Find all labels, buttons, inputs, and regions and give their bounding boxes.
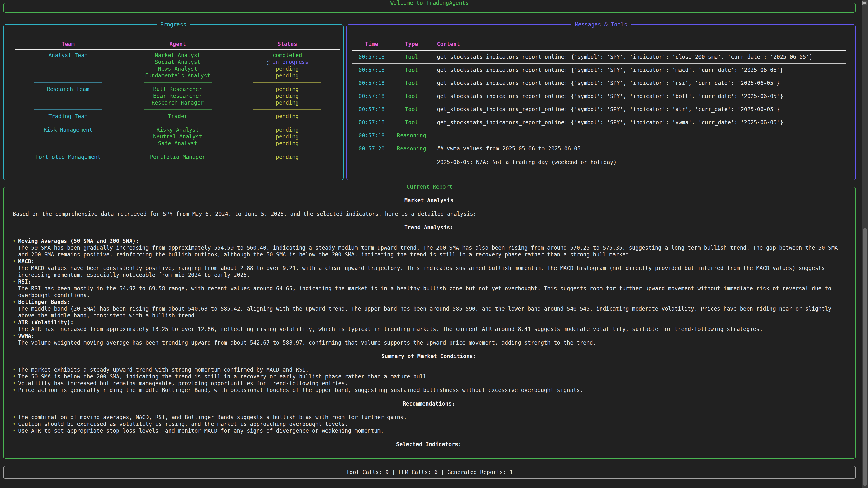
- column-header-content: Content: [432, 41, 846, 50]
- list-item: • The market exhibits a steady upward tr…: [13, 366, 845, 373]
- progress-table: Team Agent Status Analyst Team Market An…: [15, 41, 340, 167]
- table-row: 00:57:18 Tool get_stockstats_indicators_…: [352, 103, 846, 116]
- table-row: 00:57:18 Tool get_stockstats_indicators_…: [352, 51, 846, 64]
- list-item: • ATR (Volatility): The ATR has increase…: [13, 319, 845, 332]
- header-separator: [16, 49, 340, 50]
- table-row: Bear Researcher pending: [15, 93, 340, 99]
- message-time: 00:57:18: [352, 90, 391, 103]
- progress-panel-title: Progress: [157, 21, 190, 28]
- bullet-text: The combination of moving averages, MACD…: [18, 414, 407, 420]
- bullet-icon: •: [13, 373, 16, 380]
- agent-cell: Social Analyst: [121, 59, 234, 66]
- stats-bar: Tool Calls: 9 | LLM Calls: 6 | Generated…: [3, 466, 856, 479]
- bullet-text: The RSI has been mostly in the 54.92 to …: [18, 285, 831, 298]
- group-separator: [15, 160, 340, 167]
- agent-cell: Bull Researcher: [121, 86, 234, 93]
- message-content-line: 2025-06-05: N/A: Not a trading day (week…: [437, 159, 846, 166]
- agent-cell: Risky Analyst: [121, 127, 234, 133]
- bullet-label: ATR (Volatility):: [18, 319, 845, 326]
- table-row: Research Team Bull Researcher pending: [15, 86, 340, 93]
- bullet-text: The ATR has increased from approximately…: [18, 326, 763, 332]
- agent-cell: Research Manager: [121, 99, 234, 106]
- team-cell: [15, 93, 121, 99]
- messages-panel: Messages & Tools Time Type Content 00:57…: [346, 24, 856, 180]
- status-badge: ⣾in_progress: [234, 59, 340, 66]
- bullet-text: Use ATR to set appropriate stop-loss lev…: [18, 428, 384, 434]
- table-row: 00:57:18 Tool get_stockstats_indicators_…: [352, 77, 846, 90]
- message-time: 00:57:18: [352, 103, 391, 116]
- team-cell: [15, 72, 121, 79]
- table-row: 00:57:18 Tool get_stockstats_indicators_…: [352, 90, 846, 103]
- status-badge: pending: [234, 127, 340, 133]
- list-item: • MACD: The MACD values have been consis…: [13, 258, 845, 278]
- agent-cell: Safe Analyst: [121, 140, 234, 147]
- list-item: • Price action is generally riding the m…: [13, 387, 845, 394]
- bullet-list: • The combination of moving averages, MA…: [13, 414, 845, 434]
- list-item: • The combination of moving averages, MA…: [13, 414, 845, 421]
- table-row: 00:57:20 Reasoning ## vwma values from 2…: [352, 142, 846, 169]
- list-item: • VWMA: The volume-weighted moving avera…: [13, 332, 845, 346]
- bullet-icon: •: [13, 421, 16, 427]
- team-cell: [15, 66, 121, 72]
- table-row: Research Manager pending: [15, 99, 340, 106]
- table-row: Neutral Analyst pending: [15, 133, 340, 140]
- bullet-icon: •: [13, 414, 16, 421]
- list-item: • Bollinger Bands: The middle band (20 S…: [13, 299, 845, 319]
- bullet-text: The MACD values have been consistently p…: [18, 265, 825, 278]
- scroll-grip-icon[interactable]: [862, 1, 867, 5]
- list-item: • Moving Averages (50 SMA and 200 SMA): …: [13, 238, 845, 258]
- message-content: get_stockstats_indicators_report_online:…: [432, 64, 846, 76]
- column-header-time: Time: [352, 41, 391, 50]
- bullet-label: VWMA:: [18, 332, 845, 339]
- list-item: • Caution should be exercised as volatil…: [13, 421, 845, 427]
- column-header-status: Status: [234, 41, 340, 47]
- scrollbar[interactable]: [862, 0, 868, 488]
- message-content: ## vwma values from 2025-05-06 to 2025-0…: [432, 142, 846, 169]
- agent-cell: Fundamentals Analyst: [121, 72, 234, 79]
- bullet-icon: •: [13, 427, 16, 434]
- bullet-list: • The market exhibits a steady upward tr…: [13, 366, 845, 394]
- scrollbar-thumb[interactable]: [863, 228, 867, 486]
- status-badge: completed: [234, 52, 340, 59]
- bullet-text: The 50 SMA is below the 200 SMA, indicat…: [18, 373, 430, 380]
- message-content: get_stockstats_indicators_report_online:…: [432, 103, 846, 116]
- bullet-icon: •: [13, 258, 16, 265]
- status-badge: pending: [234, 86, 340, 93]
- status-badge: pending: [234, 93, 340, 99]
- status-badge: pending: [234, 72, 340, 79]
- message-type: Tool: [391, 51, 432, 64]
- spinner-icon: ⣾: [266, 59, 270, 65]
- message-type: Tool: [391, 90, 432, 103]
- team-cell: Risk Management: [15, 127, 121, 133]
- section-heading: Summary of Market Conditions:: [13, 353, 845, 360]
- column-header-type: Type: [391, 41, 432, 50]
- bullet-text: The volume-weighted moving average has b…: [18, 339, 596, 346]
- message-type: Tool: [391, 64, 432, 76]
- status-badge: pending: [234, 140, 340, 147]
- messages-table-header: Time Type Content: [352, 41, 846, 51]
- message-time: 00:57:18: [352, 129, 391, 142]
- group-separator: [15, 79, 340, 86]
- section-heading: Trend Analysis:: [13, 224, 845, 231]
- table-row: News Analyst pending: [15, 66, 340, 72]
- team-cell: Trading Team: [15, 113, 121, 120]
- table-row: 00:57:18 Reasoning: [352, 129, 846, 142]
- bullet-label: Bollinger Bands:: [18, 299, 845, 305]
- message-content: get_stockstats_indicators_report_online:…: [432, 77, 846, 90]
- table-row: Safe Analyst pending: [15, 140, 340, 147]
- table-row: 00:57:18 Tool get_stockstats_indicators_…: [352, 64, 846, 77]
- table-row: Fundamentals Analyst pending: [15, 72, 340, 79]
- table-row: Trading Team Trader pending: [15, 113, 340, 120]
- messages-table: Time Type Content 00:57:18 Tool get_stoc…: [352, 41, 846, 169]
- status-badge: pending: [234, 113, 340, 120]
- message-time: 00:57:18: [352, 64, 391, 76]
- list-item: • The 50 SMA is below the 200 SMA, indic…: [13, 373, 845, 380]
- report-heading: Market Analysis: [13, 197, 845, 204]
- table-row: Portfolio Management Portfolio Manager p…: [15, 154, 340, 160]
- list-item: • RSI: The RSI has been mostly in the 54…: [13, 278, 845, 299]
- bullet-text: Caution should be exercised as volatilit…: [18, 421, 348, 427]
- status-badge: pending: [234, 66, 340, 72]
- message-type: Reasoning: [391, 129, 432, 142]
- bullet-icon: •: [13, 380, 16, 387]
- stats-text: Tool Calls: 9 | LLM Calls: 6 | Generated…: [346, 469, 513, 475]
